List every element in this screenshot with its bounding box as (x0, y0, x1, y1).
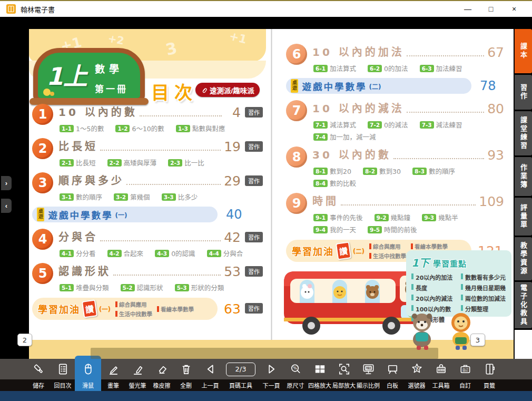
page-corner-tab-left[interactable]: 2 (17, 334, 32, 346)
section-link[interactable]: 4-1分分看 (60, 248, 96, 258)
sidebar-tab-teaching-resources[interactable]: 教學資源 (515, 237, 532, 280)
section-link[interactable]: 1-11～5的數 (60, 123, 104, 133)
quick-test-link-button[interactable]: 速測派/趣味派 (195, 83, 260, 97)
whiteboard-button[interactable]: 白板 (380, 359, 405, 391)
sidebar-tab-homework[interactable]: 作業簿 (515, 157, 532, 196)
section-link[interactable]: 7-3減法練習 (420, 120, 462, 130)
section-label: 堆疊與分類 (76, 282, 109, 292)
section-link[interactable]: 3-3比多少 (162, 192, 198, 202)
section-link[interactable]: 5-1堆疊與分類 (60, 282, 109, 292)
next-page-button[interactable]: 下一頁 (259, 359, 283, 391)
sidebar-tab-textbook[interactable]: 課本 (515, 29, 532, 73)
minimize-button[interactable]: — (456, 2, 479, 16)
study-boost-banner[interactable]: 學習加油 讚 (一) 綜合與應用 生活中找數學 看繪本學數學 (32, 298, 218, 320)
section-link[interactable]: 9-4我的一天 (313, 224, 356, 234)
highlighter-tool-button[interactable]: 螢光筆 (125, 359, 150, 391)
section-link[interactable]: 7-4加一加，減一減 (313, 132, 376, 142)
expand-panel-button[interactable]: › (1, 176, 12, 190)
section-link[interactable]: 4-4分與合 (207, 248, 243, 258)
chapter-title[interactable]: 10 以內的減法 (312, 100, 405, 115)
chapter-number: 5 (32, 263, 53, 284)
section-link[interactable]: 1-3點數與對應 (176, 123, 225, 133)
chapter-title[interactable]: 認識形狀 (58, 263, 111, 278)
section-link[interactable]: 8-2數到30 (363, 166, 401, 176)
quad-zoom-button[interactable]: 四格放大 (308, 359, 332, 391)
section-link[interactable]: 6-3加法練習 (420, 63, 462, 73)
sidebar-tab-workbook[interactable]: 習作 (515, 75, 532, 110)
close-button[interactable]: × (503, 2, 526, 16)
custom-button[interactable]: 自訂 自訂 (453, 359, 477, 391)
section-link[interactable]: 6-20的加法 (368, 63, 408, 73)
area-zoom-button[interactable]: 局部放大 (332, 359, 356, 391)
section-link[interactable]: 9-3幾點半 (422, 212, 458, 222)
chapter-title[interactable]: 時間 (312, 193, 339, 208)
section-link[interactable]: 6-1加法算式 (313, 63, 356, 73)
chapter-title[interactable]: 比長短 (58, 138, 98, 153)
workbook-badge[interactable]: 習作 (245, 107, 263, 118)
toolbox-icon (434, 359, 448, 379)
page-tabs-button[interactable]: 頁籤 (477, 359, 501, 391)
workbook-badge[interactable]: 習作 (245, 266, 263, 277)
section-link[interactable]: 3-2第幾個 (114, 192, 150, 202)
section-link[interactable]: 2-3比一比 (168, 158, 204, 168)
section-link[interactable]: 5-3形狀的分類 (175, 282, 224, 292)
delete-all-button[interactable]: 全刪 (174, 359, 198, 391)
dotted-leader (341, 204, 476, 206)
number-picker-button[interactable]: 7 選號器 (405, 359, 429, 391)
section-link[interactable]: 7-1減法算式 (313, 120, 356, 130)
chapter-title[interactable]: 順序與多少 (58, 172, 124, 188)
back-to-toc-button[interactable]: 回目次 (51, 359, 75, 391)
section-link[interactable]: 8-1數到20 (313, 166, 351, 176)
game-row: 桌遊 遊戲中學數學 (二) 78 (286, 78, 504, 94)
boardgame-banner[interactable]: 桌遊 遊戲中學數學 (二) (286, 78, 471, 94)
eraser-tool-button[interactable]: 橡皮擦 (150, 359, 174, 391)
section-link[interactable]: 2-2高矮與厚薄 (107, 158, 157, 168)
section-link[interactable]: 3-1數的順序 (60, 192, 102, 202)
previous-page-button[interactable]: 上一頁 (198, 359, 222, 391)
section-link[interactable]: 1-26～10的數 (115, 123, 164, 133)
trash-icon (179, 359, 193, 379)
section-link[interactable]: 4-2合起來 (107, 248, 144, 258)
chapter-title[interactable]: 10 以內的加法 (312, 44, 405, 59)
workbook-badge[interactable]: 習作 (245, 141, 263, 152)
section-link[interactable]: 9-1事件的先後 (313, 212, 363, 222)
save-button[interactable]: 儲存 (26, 359, 51, 391)
horizontal-scrollbar[interactable] (91, 348, 438, 359)
page-tab-icon (482, 359, 497, 379)
sidebar-tab-digital-tools[interactable]: 電子化教具 (515, 282, 532, 328)
chapter-title[interactable]: 30 以內的數 (312, 146, 391, 162)
section-link[interactable]: 8-4數的比較 (313, 178, 356, 188)
boardgame-banner[interactable]: 桌遊 遊戲中學數學 (一) (32, 207, 218, 222)
chapter-row-4: 4 分與合 42 習作 4-1分分看 4-2合起來 4-3 (32, 229, 263, 258)
chapter-title[interactable]: 10 以內的數 (58, 104, 137, 119)
chapter-title[interactable]: 分與合 (58, 229, 98, 244)
dotted-leader (126, 184, 221, 185)
praise-sticker: 讚 (82, 299, 97, 318)
toolbox-button[interactable]: 工具箱 (429, 359, 453, 391)
workbook-badge[interactable]: 習作 (245, 232, 263, 242)
original-size-button[interactable]: % 原尺寸 (283, 359, 308, 391)
section-link[interactable]: 7-20的減法 (368, 120, 408, 130)
section-label: 數的順序 (429, 166, 455, 176)
pen-tool-button[interactable]: 畫筆 (101, 359, 125, 391)
sidebar-tab-assessment[interactable]: 評量單 (515, 198, 532, 236)
section-link[interactable]: 4-30的認識 (155, 248, 195, 258)
section-link[interactable]: 8-3數的順序 (412, 166, 455, 176)
section-link[interactable]: 2-1比長短 (60, 158, 96, 168)
workbook-badge[interactable]: 習作 (245, 303, 263, 314)
sidebar-tab-class-practice[interactable]: 課堂練習 (515, 111, 532, 155)
page-number-tool[interactable]: 2/3 頁碼工具 (222, 359, 259, 391)
section-link[interactable]: 5-2認識形狀 (121, 282, 163, 292)
collapse-panel-button[interactable]: ‹ (1, 199, 12, 213)
section-code-badge: 3-1 (60, 193, 74, 201)
display-scale-button[interactable]: 延伸 顯示比例 (356, 359, 380, 391)
dotted-leader (100, 240, 221, 241)
section-link[interactable]: 9-5時間的前後 (368, 224, 417, 234)
workbook-badge[interactable]: 習作 (245, 175, 263, 186)
section-link[interactable]: 9-2幾點鐘 (375, 212, 411, 222)
page-corner-tab-right[interactable]: 3 (470, 334, 485, 346)
mouse-tool-button[interactable]: 滑鼠 (75, 356, 101, 391)
page-indicator[interactable]: 2/3 (226, 363, 255, 376)
maximize-button[interactable]: □ (479, 2, 503, 16)
chapter-row-7: 7 10 以內的減法 80 7-1減法算式 7-20的減法 (286, 100, 504, 142)
